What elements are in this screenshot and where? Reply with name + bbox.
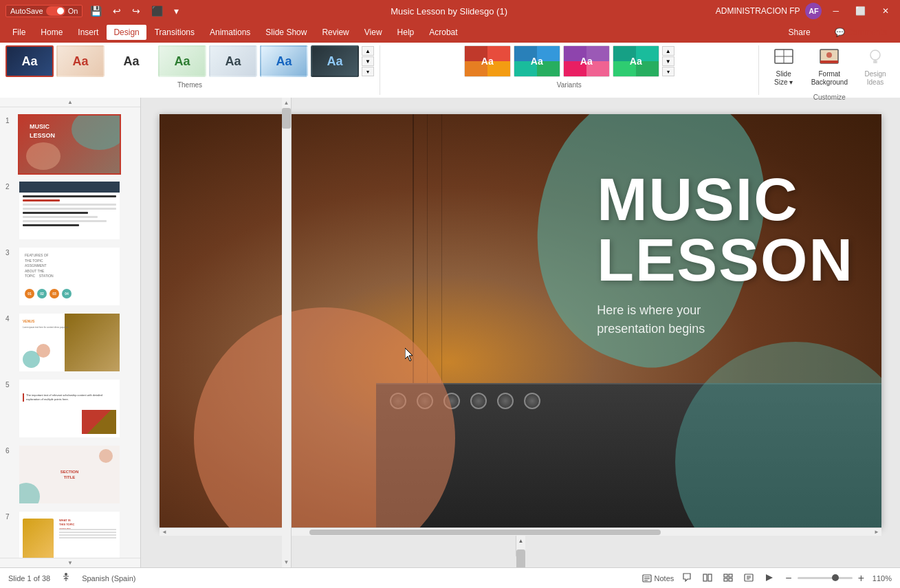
menu-file[interactable]: File [6, 25, 32, 40]
autosave-badge[interactable]: AutoSave On [6, 5, 83, 17]
themes-container [6, 45, 359, 77]
variant-1[interactable]: Aa [464, 45, 511, 77]
slide-item-4[interactable]: 4 VENUS Lorem ipsum text here for conten… [4, 311, 136, 374]
restore-button[interactable]: ⬜ [850, 5, 871, 17]
variants-scroll-more[interactable]: ▾ [662, 67, 674, 76]
variants-content: Aa Aa Aa [464, 45, 674, 80]
main-slide[interactable]: MUSIC LESSON Here is where yourpresentat… [160, 114, 881, 527]
slide-thumb-4[interactable]: VENUS Lorem ipsum text here for content … [18, 312, 121, 373]
slide-number-3: 3 [6, 249, 14, 257]
slide-number-4: 4 [6, 315, 14, 323]
slide-count: Slide 1 of 38 [8, 574, 50, 582]
menu-view[interactable]: View [358, 25, 389, 40]
theme-scroll-up[interactable]: ▲ [362, 46, 374, 56]
zoom-slider[interactable] [798, 577, 853, 579]
slide-thumb-6[interactable]: SECTIONTITLE [18, 444, 121, 505]
slide-thumb-1[interactable]: MUSICLESSON [18, 114, 121, 175]
format-background-button[interactable]: FormatBackground [806, 45, 853, 89]
variant-4[interactable]: Aa [613, 45, 659, 77]
theme-2[interactable] [56, 45, 105, 77]
slide-canvas-area: MUSIC LESSON Here is where yourpresentat… [149, 109, 892, 536]
avatar[interactable]: AF [805, 3, 822, 19]
knob-4 [470, 393, 487, 409]
theme-7[interactable] [311, 45, 359, 77]
autosave-state: On [68, 7, 78, 15]
menu-help[interactable]: Help [391, 25, 421, 40]
right-scrollbar: ▲ ▼ [516, 536, 525, 556]
svg-point-5 [826, 52, 832, 58]
redo-button[interactable]: ↪ [129, 4, 144, 18]
left-scroll-up[interactable]: ▲ [282, 98, 292, 108]
theme-scroll-down[interactable]: ▼ [362, 56, 374, 66]
slide-text-area: MUSIC LESSON Here is where yourpresentat… [597, 169, 854, 338]
theme-5[interactable] [209, 45, 257, 77]
undo-button[interactable]: ↩ [109, 4, 124, 18]
save-button[interactable]: 💾 [87, 4, 105, 18]
dropdown-qat-button[interactable]: ▾ [171, 4, 182, 18]
left-scroll-down[interactable]: ▼ [282, 557, 292, 567]
variant-2[interactable]: Aa [514, 45, 560, 77]
themes-section: ▲ ▼ ▾ Themes [0, 45, 380, 95]
reading-view-button[interactable] [741, 571, 756, 585]
right-scroll-thumb[interactable] [516, 549, 525, 567]
variants-scroll: ▲ ▼ ▾ [662, 46, 674, 76]
slide-thumb-5[interactable]: The important text of relevant scholarsh… [18, 378, 121, 439]
variants-scroll-down[interactable]: ▼ [662, 56, 674, 66]
slide-sorter-button[interactable] [721, 571, 736, 585]
slideshow-button[interactable] [762, 571, 777, 585]
theme-6[interactable] [260, 45, 308, 77]
comment-pane-button[interactable] [679, 571, 694, 585]
horizontal-scrollbar[interactable]: ◄ ► [160, 527, 881, 536]
minimize-button[interactable]: ─ [827, 5, 844, 17]
variants-scroll-up[interactable]: ▲ [662, 46, 674, 56]
menu-design[interactable]: Design [107, 25, 146, 40]
customize-qat-button[interactable]: ⬛ [148, 4, 166, 18]
slide-thumb-3[interactable]: FEATURES OFTHE TOPICASSGNMENTABOUT THETO… [18, 246, 121, 307]
share-button[interactable]: Share [779, 24, 820, 41]
h-scroll-left[interactable]: ◄ [160, 529, 169, 535]
variant-3[interactable]: Aa [563, 45, 610, 77]
theme-3[interactable] [107, 45, 155, 77]
slide-item-5[interactable]: 5 The important text of relevant scholar… [4, 377, 136, 440]
accessibility-button[interactable] [58, 571, 74, 585]
zoom-out-button[interactable]: − [782, 571, 794, 585]
menu-slideshow[interactable]: Slide Show [259, 25, 314, 40]
left-scroll-thumb[interactable] [282, 108, 291, 129]
slide-panel[interactable]: ▲ 1 MUSICLESSON 2 [0, 98, 141, 567]
comments-button[interactable]: 💬 Comments [827, 23, 894, 41]
menu-review[interactable]: Review [315, 25, 355, 40]
zoom-slider-thumb[interactable] [832, 574, 839, 581]
slide-number-2: 2 [6, 183, 14, 190]
theme-4[interactable] [158, 45, 206, 77]
menu-home[interactable]: Home [34, 25, 69, 40]
menu-insert[interactable]: Insert [71, 25, 105, 40]
h-scroll-thumb[interactable] [309, 530, 661, 535]
theme-1[interactable] [6, 45, 54, 77]
design-ideas-button[interactable]: DesignIdeas [856, 45, 894, 89]
slide-item-1[interactable]: 1 MUSICLESSON [4, 113, 136, 176]
autosave-toggle[interactable] [46, 6, 65, 16]
slide-panel-scroll-down[interactable]: ▼ [0, 558, 140, 567]
slide-size-button[interactable]: SlideSize ▾ [765, 45, 803, 89]
slide-item-3[interactable]: 3 FEATURES OFTHE TOPICASSGNMENTABOUT THE… [4, 245, 136, 308]
format-background-icon [819, 48, 839, 69]
menu-animations[interactable]: Animations [203, 25, 257, 40]
customize-content: SlideSize ▾ FormatBackground [765, 45, 894, 92]
menu-transitions[interactable]: Transitions [148, 25, 201, 40]
theme-scroll-more[interactable]: ▾ [362, 67, 374, 76]
slide-thumb-2[interactable] [18, 180, 121, 241]
svg-rect-21 [729, 578, 732, 581]
notes-button[interactable]: Notes [642, 574, 674, 582]
slide-item-2[interactable]: 2 [4, 179, 136, 242]
slide-panel-scroll-up[interactable]: ▲ [0, 98, 140, 107]
design-ideas-label: DesignIdeas [864, 70, 886, 87]
h-scroll-right[interactable]: ► [872, 529, 881, 535]
zoom-in-button[interactable]: + [855, 571, 867, 585]
slide-item-6[interactable]: 6 SECTIONTITLE [4, 443, 136, 506]
title-bar: AutoSave On 💾 ↩ ↪ ⬛ ▾ Music Lesson by Sl… [0, 0, 900, 22]
format-background-label: FormatBackground [811, 70, 848, 87]
right-scroll-up[interactable]: ▲ [516, 536, 526, 546]
menu-acrobat[interactable]: Acrobat [422, 25, 464, 40]
close-button[interactable]: ✕ [877, 5, 894, 17]
normal-view-button[interactable] [700, 571, 715, 585]
